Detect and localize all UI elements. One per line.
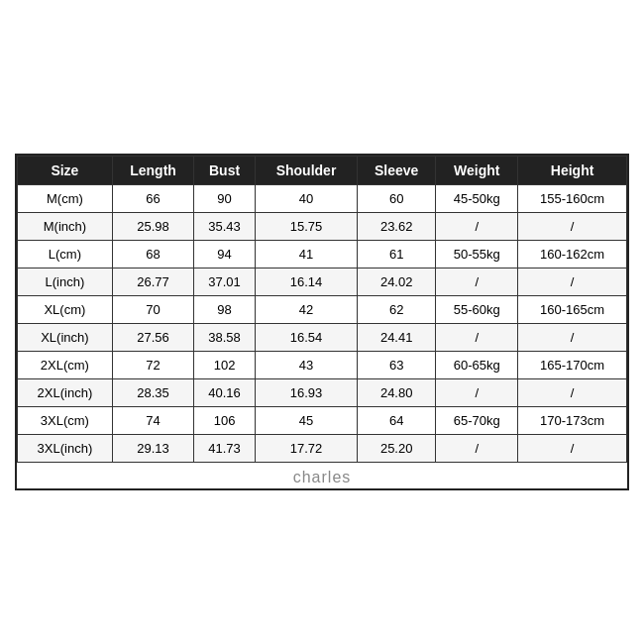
cell-value: 37.01 [194, 268, 256, 296]
cell-value: 60 [358, 185, 436, 213]
size-label: L(inch) [18, 268, 113, 296]
cell-value: / [518, 324, 627, 352]
table-row: XL(cm)7098426255-60kg160-165cm [18, 296, 627, 324]
table-row: XL(inch)27.5638.5816.5424.41// [18, 324, 627, 352]
size-chart-table: SizeLengthBustShoulderSleeveWeightHeight… [17, 156, 627, 463]
cell-value: 40 [255, 185, 357, 213]
table-body: M(cm)6690406045-50kg155-160cmM(inch)25.9… [18, 185, 627, 463]
cell-value: 42 [255, 296, 357, 324]
cell-value: 155-160cm [518, 185, 627, 213]
cell-value: 16.54 [255, 324, 357, 352]
cell-value: 94 [194, 241, 256, 268]
cell-value: 160-165cm [518, 296, 627, 324]
cell-value: / [436, 324, 518, 352]
cell-value: 165-170cm [518, 352, 627, 379]
cell-value: 98 [194, 296, 256, 324]
table-row: L(cm)6894416150-55kg160-162cm [18, 241, 627, 268]
table-row: 2XL(cm)72102436360-65kg165-170cm [18, 352, 627, 379]
cell-value: 160-162cm [518, 241, 627, 268]
table-row: 3XL(cm)74106456465-70kg170-173cm [18, 407, 627, 435]
cell-value: 41 [255, 241, 357, 268]
column-header: Shoulder [255, 157, 357, 185]
cell-value: 38.58 [194, 324, 256, 352]
cell-value: 70 [112, 296, 193, 324]
cell-value: / [518, 435, 627, 463]
cell-value: / [518, 268, 627, 296]
table-row: M(cm)6690406045-50kg155-160cm [18, 185, 627, 213]
cell-value: 43 [255, 352, 357, 379]
cell-value: 26.77 [112, 268, 193, 296]
table-row: M(inch)25.9835.4315.7523.62// [18, 213, 627, 241]
size-label: M(inch) [18, 213, 113, 241]
cell-value: 72 [112, 352, 193, 379]
cell-value: 106 [194, 407, 256, 435]
cell-value: / [436, 268, 518, 296]
cell-value: 55-60kg [436, 296, 518, 324]
cell-value: 74 [112, 407, 193, 435]
column-header: Size [18, 157, 113, 185]
cell-value: 25.98 [112, 213, 193, 241]
cell-value: 15.75 [255, 213, 357, 241]
cell-value: / [436, 435, 518, 463]
size-label: M(cm) [18, 185, 113, 213]
cell-value: 40.16 [194, 379, 256, 407]
cell-value: 64 [358, 407, 436, 435]
cell-value: 29.13 [112, 435, 193, 463]
table-header-row: SizeLengthBustShoulderSleeveWeightHeight [18, 157, 627, 185]
column-header: Length [112, 157, 193, 185]
cell-value: 66 [112, 185, 193, 213]
cell-value: 23.62 [358, 213, 436, 241]
column-header: Weight [436, 157, 518, 185]
cell-value: 45-50kg [436, 185, 518, 213]
cell-value: / [436, 213, 518, 241]
cell-value: 60-65kg [436, 352, 518, 379]
cell-value: 170-173cm [518, 407, 627, 435]
size-label: 2XL(cm) [18, 352, 113, 379]
size-label: 3XL(cm) [18, 407, 113, 435]
table-row: L(inch)26.7737.0116.1424.02// [18, 268, 627, 296]
cell-value: 24.02 [358, 268, 436, 296]
cell-value: 45 [255, 407, 357, 435]
cell-value: 16.14 [255, 268, 357, 296]
cell-value: 102 [194, 352, 256, 379]
cell-value: 27.56 [112, 324, 193, 352]
table-row: 2XL(inch)28.3540.1616.9324.80// [18, 379, 627, 407]
cell-value: 61 [358, 241, 436, 268]
cell-value: 68 [112, 241, 193, 268]
cell-value: 28.35 [112, 379, 193, 407]
table-row: 3XL(inch)29.1341.7317.7225.20// [18, 435, 627, 463]
cell-value: 63 [358, 352, 436, 379]
cell-value: 25.20 [358, 435, 436, 463]
size-label: 3XL(inch) [18, 435, 113, 463]
size-label: XL(cm) [18, 296, 113, 324]
size-label: 2XL(inch) [18, 379, 113, 407]
watermark-text: charles [17, 463, 627, 488]
cell-value: 24.41 [358, 324, 436, 352]
cell-value: 62 [358, 296, 436, 324]
cell-value: 24.80 [358, 379, 436, 407]
cell-value: / [518, 379, 627, 407]
cell-value: 41.73 [194, 435, 256, 463]
size-chart-container: SizeLengthBustShoulderSleeveWeightHeight… [15, 154, 629, 490]
cell-value: / [518, 213, 627, 241]
column-header: Sleeve [358, 157, 436, 185]
cell-value: 17.72 [255, 435, 357, 463]
column-header: Height [518, 157, 627, 185]
column-header: Bust [194, 157, 256, 185]
size-label: L(cm) [18, 241, 113, 268]
cell-value: / [436, 379, 518, 407]
cell-value: 35.43 [194, 213, 256, 241]
cell-value: 90 [194, 185, 256, 213]
size-label: XL(inch) [18, 324, 113, 352]
cell-value: 65-70kg [436, 407, 518, 435]
cell-value: 16.93 [255, 379, 357, 407]
cell-value: 50-55kg [436, 241, 518, 268]
